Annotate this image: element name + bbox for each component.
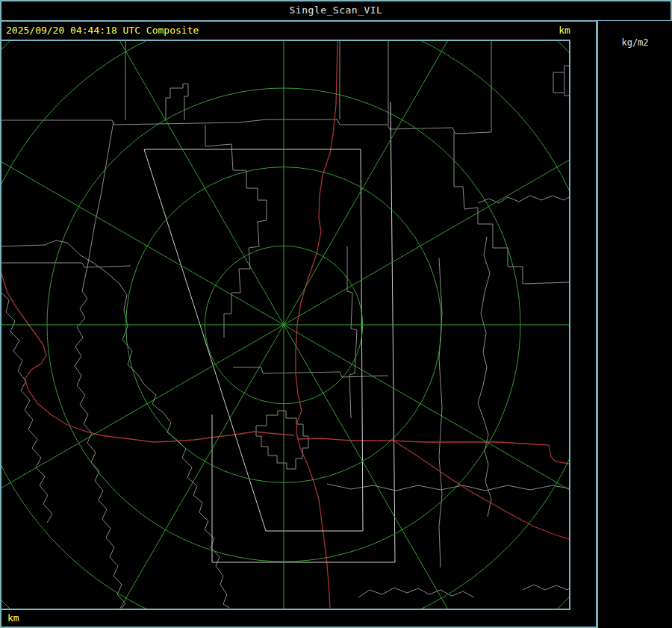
right-axis-unit-label: km (550, 25, 579, 36)
county-boundary-line (256, 411, 308, 469)
legend-panel: kg/m2 (596, 21, 672, 628)
highway-line (297, 438, 569, 464)
county-boundary-line (205, 125, 267, 338)
window-title: Single_Scan_VIL (0, 4, 672, 16)
azimuth-spoke (284, 325, 515, 609)
map-frame-bottom (0, 609, 570, 610)
county-boundary-line (1, 240, 67, 246)
county-boundary-line (523, 585, 569, 590)
county-boundary-line (564, 66, 569, 96)
azimuth-spoke (284, 325, 569, 556)
azimuth-spoke (284, 41, 515, 325)
county-boundary-line (1, 119, 491, 134)
map-frame-right (569, 40, 570, 610)
highway-line (1, 269, 294, 442)
county-boundary-line (478, 237, 491, 517)
scan-area-outline (212, 102, 395, 562)
radar-map (1, 41, 569, 609)
legend-unit-label: kg/m2 (598, 37, 672, 48)
county-boundary-line (75, 122, 125, 608)
radar-app-window: Single_Scan_VIL 2025/09/20 04:44:18 UTC … (0, 0, 672, 628)
county-boundary-line (478, 196, 569, 203)
county-boundary-line (553, 72, 564, 93)
title-bar: Single_Scan_VIL (0, 0, 672, 21)
county-boundary-line (1, 263, 131, 267)
bottom-axis-unit-label: km (7, 612, 19, 624)
county-boundary-line (347, 246, 357, 418)
highway-line (396, 442, 569, 539)
azimuth-spoke (1, 93, 284, 325)
county-boundary-line (327, 484, 569, 491)
scan-area-outline (144, 149, 363, 531)
azimuth-spoke (52, 41, 284, 325)
scan-timestamp: 2025/09/20 04:44:18 UTC Composite (6, 25, 199, 36)
county-boundary-line (67, 243, 229, 608)
county-boundary-line (166, 84, 188, 120)
county-boundary-line (1, 291, 52, 523)
